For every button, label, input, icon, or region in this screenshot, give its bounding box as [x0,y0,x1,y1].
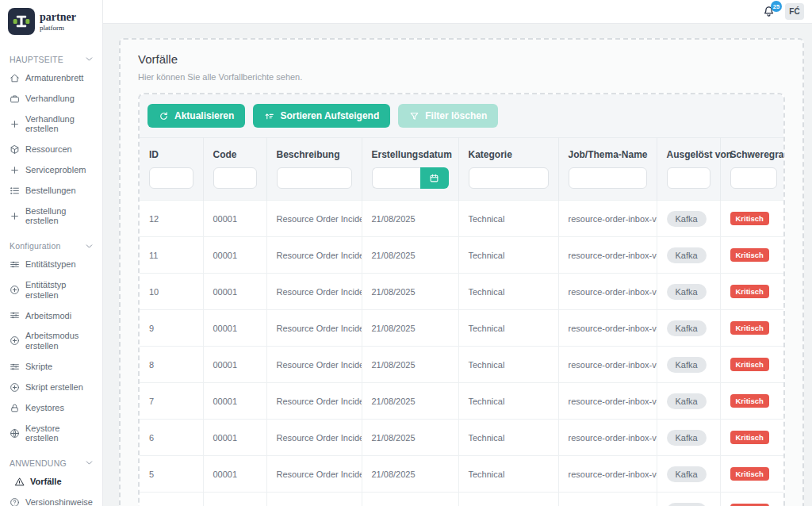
cell-created: 21/08/2025 [362,310,458,347]
table-row[interactable]: 900001Resource Order Incident21/08/2025T… [140,310,785,347]
filter-input-triggered_by[interactable] [667,167,710,189]
triggered-by-badge: Kafka [667,247,707,263]
cell-code: 00001 [203,237,266,274]
sidebar-item-verhandlung[interactable]: Verhandlung [8,88,96,109]
sidebar-item-armaturenbrett[interactable]: Armaturenbrett [8,67,96,88]
sidebar-section-hauptseite[interactable]: HAUPTSEITE [10,54,94,64]
filter-input-id[interactable] [149,167,193,189]
severity-badge: Kritisch [730,321,769,335]
cell-created: 21/08/2025 [362,274,458,310]
cell-id: 10 [140,274,203,310]
cell-code: 00001 [203,274,266,310]
table-row[interactable]: 1100001Resource Order Incident21/08/2025… [140,237,785,274]
sidebar-item-label: Arbeitsmodus erstellen [25,331,94,351]
sidebar-item-keystore-erstellen[interactable]: Keystore erstellen [8,418,96,448]
cell-category: Technical [458,201,558,237]
sidebar-section-anwendung[interactable]: ANWENDUNG [10,458,94,468]
cell-created: 21/08/2025 [362,383,458,420]
filter-input-job[interactable] [569,167,647,189]
cell-description: Resource Order Incident [266,493,362,506]
filter-input-created[interactable] [372,167,420,189]
sidebar-item-vorf-lle[interactable]: Vorfälle [8,471,96,492]
sidebar-item-label: Entitätstyp erstellen [25,280,94,300]
column-header-severity: Schweregrad [720,138,785,201]
table-row[interactable]: 600001Resource Order Incident21/08/2025T… [140,420,785,456]
cell-code: 00001 [203,383,266,420]
sidebar-item-ressourcen[interactable]: Ressourcen [8,139,96,159]
cell-description: Resource Order Incident [266,420,362,456]
brand-logo[interactable]: partner platform [8,6,96,40]
cell-category: Technical [458,493,558,506]
cell-severity: Kritisch [720,201,785,237]
cell-severity: Kritisch [720,456,785,493]
page-subtitle: Hier können Sie alle Vorfallberichte seh… [138,72,785,82]
notifications-bell-icon[interactable]: 25 [762,5,776,18]
incidents-card: AktualisierenSortieren AufsteigendFilter… [138,93,785,506]
warning-icon [14,477,25,487]
calendar-button[interactable] [420,167,449,189]
brand-name: partner platform [40,12,76,32]
sidebar-item-arbeitsmodi[interactable]: Arbeitsmodi [8,305,96,326]
sidebar-item-entit-tstyp-erstellen[interactable]: Entitätstyp erstellen [8,275,96,305]
user-avatar[interactable]: FĆ [785,3,804,20]
sidebar-item-skript-erstellen[interactable]: Skript erstellen [8,377,96,397]
column-label: Code [213,149,257,160]
severity-badge: Kritisch [730,248,769,262]
table-row[interactable]: 1200001Resource Order Incident21/08/2025… [140,201,785,237]
sidebar-item-arbeitsmodus-erstellen[interactable]: Arbeitsmodus erstellen [8,326,96,356]
cell-created: 21/08/2025 [362,237,458,274]
table-row[interactable]: 1000001Resource Order Incident21/08/2025… [140,274,785,310]
cell-triggered_by: Kafka [657,456,720,493]
filter-input-code[interactable] [213,167,257,189]
sidebar-item-label: Verhandlung [25,94,75,104]
filter-input-category[interactable] [469,167,549,189]
aktualisieren-button[interactable]: Aktualisieren [147,104,245,128]
sidebar-item-bestellungen[interactable]: Bestellungen [8,180,96,201]
cell-code: 00001 [203,493,266,506]
sidebar-item-bestellung-erstellen[interactable]: Bestellung erstellen [8,201,96,231]
cell-severity: Kritisch [720,420,785,456]
cell-id: 11 [140,237,203,274]
triggered-by-badge: Kafka [667,357,707,373]
table-row[interactable]: 500001Resource Order Incident21/08/2025T… [140,456,785,493]
table-row[interactable]: 800001Resource Order Incident21/08/2025T… [140,347,785,383]
sidebar-section-label: HAUPTSEITE [10,55,63,64]
severity-badge: Kritisch [730,431,769,444]
sliders-icon [10,259,20,270]
sidebar-section-konfiguration[interactable]: Konfiguration [10,241,94,251]
incidents-table: IDCodeBeschreibungErstellungsdatumKatego… [140,137,785,506]
cell-triggered_by: Kafka [657,237,720,274]
filter-input-description[interactable] [277,167,352,189]
cell-description: Resource Order Incident [266,456,362,493]
sidebar-item-serviceproblem[interactable]: Serviceproblem [8,159,96,180]
cell-description: Resource Order Incident [266,201,362,237]
sidebar-item-versionshinweise[interactable]: Versionshinweise [8,492,96,506]
cell-created: 21/08/2025 [362,456,458,493]
sidebar-item-verhandlung-erstellen[interactable]: Verhandlung erstellen [8,109,96,139]
sidebar-item-label: Skript erstellen [25,382,83,393]
severity-badge: Kritisch [730,394,769,408]
table-row[interactable]: 700001Resource Order Incident21/08/2025T… [140,383,785,420]
filter-l-schen-button[interactable]: Filter löschen [398,104,498,128]
cell-id: 7 [140,383,203,420]
table-row[interactable]: 400001Resource Order Incident21/08/2025T… [140,493,785,506]
triggered-by-badge: Kafka [667,320,707,336]
briefcase-icon [10,94,20,104]
cell-severity: Kritisch [720,347,785,383]
column-label: Ausgelöst von [667,149,710,160]
cell-severity: Kritisch [720,237,785,274]
sortieren-aufsteigend-button[interactable]: Sortieren Aufsteigend [253,104,390,128]
cell-triggered_by: Kafka [657,274,720,310]
cell-category: Technical [458,420,558,456]
sidebar-item-keystores[interactable]: Keystores [8,397,96,418]
sidebar-item-label: Arbeitsmodi [25,311,71,321]
sidebar-item-skripte[interactable]: Skripte [8,356,96,377]
filter-input-severity[interactable] [730,167,778,189]
chevron-down-icon [84,458,94,468]
column-header-description: Beschreibung [266,138,362,201]
column-header-code: Code [203,138,266,201]
filter-icon [409,111,419,121]
sidebar-item-entit-tstypen[interactable]: Entitätstypen [8,255,96,275]
refresh-icon [159,111,169,121]
sidebar-item-label: Bestellung erstellen [25,206,94,226]
